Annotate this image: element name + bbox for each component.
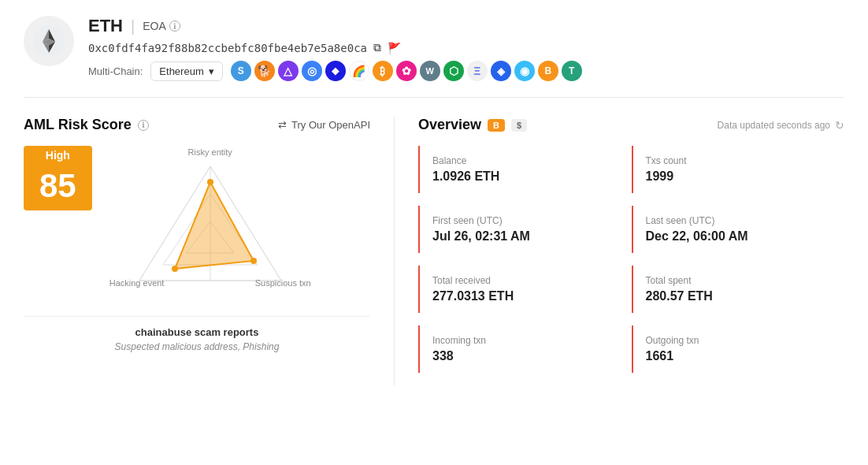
stat-total-spent: Total spent 280.57 ETH xyxy=(632,266,845,313)
stat-incoming-txn-value: 338 xyxy=(432,349,619,363)
header-title: ETH | EOA ℹ xyxy=(88,16,844,36)
risk-score-box: High 85 xyxy=(24,146,92,210)
svg-point-15 xyxy=(172,266,178,272)
overview-header: Overview B $ Data updated seconds ago ↻ xyxy=(418,117,844,133)
aml-footer: chainabuse scam reports Suspected malici… xyxy=(24,316,370,352)
overview-title-row: Overview B $ xyxy=(418,117,527,133)
stat-total-received: Total received 277.0313 ETH xyxy=(418,266,632,313)
btc-toggle[interactable]: B xyxy=(488,119,505,132)
overview-section: Overview B $ Data updated seconds ago ↻ … xyxy=(418,117,844,385)
chain-icon-6[interactable]: ₿ xyxy=(373,61,393,81)
eoa-badge: EOA ℹ xyxy=(143,20,180,32)
chain-icons-list: S 🐕 △ ◎ ◆ 🌈 ₿ ✿ W ⬡ Ξ ◈ ◉ B T xyxy=(231,61,582,81)
risk-score-number: 85 xyxy=(24,165,92,210)
stat-outgoing-txn: Outgoing txn 1661 xyxy=(632,326,845,373)
chain-select-dropdown[interactable]: Ethereum ▾ xyxy=(150,61,222,81)
scam-report-subtitle: Suspected malicious address, Phishing xyxy=(24,341,370,352)
chain-icon-7[interactable]: ✿ xyxy=(396,61,417,81)
stat-last-seen-label: Last seen (UTC) xyxy=(646,215,833,226)
stat-outgoing-txn-label: Outgoing txn xyxy=(646,335,833,346)
try-api-label: Try Our OpenAPI xyxy=(291,119,370,131)
svg-point-14 xyxy=(207,179,213,185)
radar-label-bottom-right: Suspicious txn xyxy=(255,278,311,288)
svg-marker-13 xyxy=(175,182,254,269)
radar-chart: Risky entity xyxy=(108,146,313,303)
title-divider: | xyxy=(131,17,135,35)
stat-total-spent-label: Total spent xyxy=(646,275,833,286)
chain-icon-8[interactable]: W xyxy=(420,61,440,81)
data-updated-text: Data updated seconds ago xyxy=(718,120,830,131)
vertical-divider xyxy=(394,117,395,385)
stat-first-seen-value: Jul 26, 02:31 AM xyxy=(432,229,619,244)
chain-icon-1[interactable]: 🐕 xyxy=(254,61,275,81)
try-api-button[interactable]: ⇄ Try Our OpenAPI xyxy=(278,119,370,131)
aml-body: High 85 Risky entity xyxy=(24,146,370,303)
chain-icon-3[interactable]: ◎ xyxy=(302,61,322,81)
try-api-icon: ⇄ xyxy=(278,119,287,131)
aml-title: AML Risk Score xyxy=(24,117,132,133)
stat-total-received-label: Total received xyxy=(432,275,619,286)
address-row: 0xc0fdf4fa92f88b82ccbebfc80fbe4eb7e5a8e0… xyxy=(88,41,844,54)
chain-icon-5[interactable]: 🌈 xyxy=(349,61,369,81)
wallet-address: 0xc0fdf4fa92f88b82ccbebfc80fbe4eb7e5a8e0… xyxy=(88,42,367,54)
stat-balance-label: Balance xyxy=(432,155,619,166)
stat-txs-count-label: Txs count xyxy=(646,155,833,166)
copy-icon[interactable]: ⧉ xyxy=(373,41,381,54)
eoa-info-icon[interactable]: ℹ xyxy=(169,20,180,32)
chain-icon-13[interactable]: B xyxy=(538,61,558,81)
overview-title: Overview xyxy=(418,117,481,133)
chain-icon-2[interactable]: △ xyxy=(278,61,299,81)
risk-level-label: High xyxy=(24,146,92,165)
stat-txs-count-value: 1999 xyxy=(646,169,833,184)
stat-balance: Balance 1.0926 ETH xyxy=(418,146,632,193)
header-info: ETH | EOA ℹ 0xc0fdf4fa92f88b82ccbebfc80f… xyxy=(88,16,844,81)
coin-type: EOA xyxy=(143,20,166,32)
chain-icon-10[interactable]: Ξ xyxy=(467,61,488,81)
main-content: AML Risk Score ℹ ⇄ Try Our OpenAPI High … xyxy=(24,117,844,385)
scam-report-title: chainabuse scam reports xyxy=(24,326,370,338)
stat-incoming-txn: Incoming txn 338 xyxy=(418,326,632,373)
chain-icon-9[interactable]: ⬡ xyxy=(443,61,464,81)
multichain-row: Multi-Chain: Ethereum ▾ S 🐕 △ ◎ ◆ 🌈 ₿ ✿ … xyxy=(88,61,844,81)
stat-first-seen: First seen (UTC) Jul 26, 02:31 AM xyxy=(418,206,632,253)
stat-total-received-value: 277.0313 ETH xyxy=(432,289,619,303)
stat-last-seen: Last seen (UTC) Dec 22, 06:00 AM xyxy=(632,206,845,253)
selected-chain: Ethereum xyxy=(159,65,203,77)
coin-name: ETH xyxy=(88,16,123,36)
chain-icon-0[interactable]: S xyxy=(231,61,251,81)
stat-txs-count: Txs count 1999 xyxy=(632,146,845,193)
aml-info-icon[interactable]: ℹ xyxy=(138,120,149,131)
dropdown-arrow: ▾ xyxy=(209,65,214,77)
eth-logo xyxy=(24,16,74,66)
svg-point-16 xyxy=(250,258,257,264)
data-updated-row: Data updated seconds ago ↻ xyxy=(718,119,844,132)
page-header: ETH | EOA ℹ 0xc0fdf4fa92f88b82ccbebfc80f… xyxy=(24,16,844,98)
stat-outgoing-txn-value: 1661 xyxy=(646,349,833,363)
refresh-icon[interactable]: ↻ xyxy=(835,119,844,132)
chain-icon-11[interactable]: ◈ xyxy=(491,61,511,81)
usd-toggle[interactable]: $ xyxy=(511,119,527,132)
aml-header: AML Risk Score ℹ ⇄ Try Our OpenAPI xyxy=(24,117,370,133)
aml-section: AML Risk Score ℹ ⇄ Try Our OpenAPI High … xyxy=(24,117,370,385)
flag-icon[interactable]: 🚩 xyxy=(388,42,401,54)
stat-incoming-txn-label: Incoming txn xyxy=(432,335,619,346)
chain-icon-4[interactable]: ◆ xyxy=(325,61,346,81)
stat-first-seen-label: First seen (UTC) xyxy=(432,215,619,226)
radar-label-top: Risky entity xyxy=(188,147,232,157)
multichain-label: Multi-Chain: xyxy=(88,65,143,77)
radar-label-bottom-left: Hacking event xyxy=(109,278,165,288)
stat-last-seen-value: Dec 22, 06:00 AM xyxy=(646,229,833,244)
stat-balance-value: 1.0926 ETH xyxy=(432,169,619,184)
stats-grid: Balance 1.0926 ETH Txs count 1999 First … xyxy=(418,146,844,385)
chain-icon-12[interactable]: ◉ xyxy=(514,61,535,81)
chain-icon-14[interactable]: T xyxy=(562,61,582,81)
stat-total-spent-value: 280.57 ETH xyxy=(646,289,833,303)
